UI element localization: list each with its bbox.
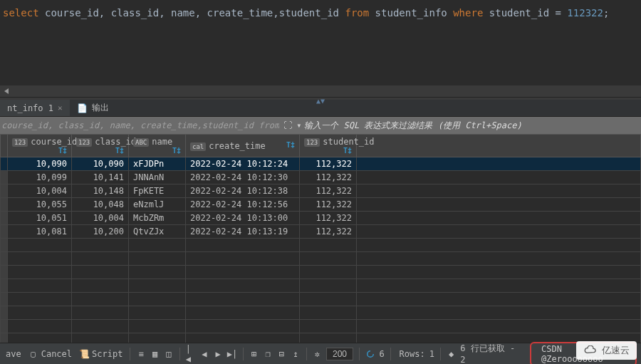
bottom-toolbar: ave ▢Cancel 📜Script ≡ ▦ ◫ |◀ ◀ ▶ ▶| ⊞ ❐ … bbox=[0, 343, 641, 364]
table-row-empty bbox=[1, 293, 641, 306]
grid-header-row: 123course_idT‡ 123class_idT‡ ABCnameT‡ c… bbox=[1, 135, 641, 157]
col-spacer bbox=[357, 135, 641, 157]
del-row-icon[interactable]: ⊟ bbox=[277, 349, 286, 359]
sort-icon[interactable]: T‡ bbox=[172, 147, 181, 155]
sort-icon[interactable]: T‡ bbox=[286, 141, 295, 149]
sort-icon[interactable]: T‡ bbox=[343, 147, 352, 155]
prev-page-icon[interactable]: ◀ bbox=[199, 349, 209, 359]
fetched-label: 6 行已获取 - 2 bbox=[460, 343, 523, 364]
save-button[interactable]: ave bbox=[4, 348, 23, 360]
sort-icon[interactable]: T‡ bbox=[115, 147, 124, 155]
first-page-icon[interactable]: |◀ bbox=[186, 349, 195, 359]
dup-row-icon[interactable]: ❐ bbox=[263, 349, 272, 359]
table-row-empty bbox=[1, 239, 641, 252]
refresh-icon[interactable] bbox=[365, 349, 375, 359]
settings-icon[interactable]: ✲ bbox=[313, 349, 322, 359]
table-row-empty bbox=[1, 279, 641, 293]
col-student_id[interactable]: 123student_idT‡ bbox=[300, 135, 357, 157]
expand-icon[interactable]: ⛶ bbox=[283, 120, 292, 130]
hscroll-left[interactable] bbox=[0, 85, 641, 97]
cloud-icon bbox=[583, 345, 598, 355]
sort-icon[interactable]: T‡ bbox=[58, 147, 67, 155]
last-page-icon[interactable]: ▶| bbox=[227, 349, 237, 359]
rows-label: Rows: bbox=[400, 349, 425, 359]
script-button[interactable]: 📜Script bbox=[78, 348, 124, 360]
filter-input[interactable]: 输入一个 SQL 表达式来过滤结果 (使用 Ctrl+Space) bbox=[301, 120, 640, 132]
result-grid: 123course_idT‡ 123class_idT‡ ABCnameT‡ c… bbox=[0, 134, 641, 347]
table-row-empty bbox=[1, 306, 641, 320]
cancel-icon: ▢ bbox=[28, 349, 38, 359]
filter-bar: course_id, class_id, name, create_time,s… bbox=[0, 117, 641, 134]
tab-result[interactable]: nt_info 1 ✕ bbox=[0, 100, 70, 116]
table-row-empty bbox=[1, 320, 641, 333]
col-course_id[interactable]: 123course_idT‡ bbox=[8, 135, 72, 157]
collapse-handle-icon[interactable]: ▲▼ bbox=[316, 97, 325, 105]
page-size-input[interactable] bbox=[326, 348, 353, 360]
tab-output-label: 输出 bbox=[92, 102, 109, 114]
grid-icon[interactable]: ▦ bbox=[150, 349, 160, 359]
sql-editor[interactable]: select course_id, class_id, name, create… bbox=[0, 0, 641, 85]
add-row-icon[interactable]: ⊞ bbox=[249, 349, 259, 359]
funnel-icon[interactable]: ▾ bbox=[296, 120, 301, 130]
rows-value: 1 bbox=[429, 349, 434, 359]
table-row[interactable]: 10,09910,141JNNAnN2022-02-24 10:12:30112… bbox=[1, 171, 641, 184]
script-icon: 📜 bbox=[79, 349, 89, 359]
site-watermark: 亿速云 bbox=[576, 341, 637, 360]
col-create_time[interactable]: calcreate_timeT‡ bbox=[186, 135, 300, 157]
panels-icon[interactable]: ◫ bbox=[164, 349, 173, 359]
export-icon[interactable]: ↥ bbox=[291, 349, 300, 359]
query-echo: course_id, class_id, name, create_time,s… bbox=[1, 120, 279, 130]
tab-result-label: nt_info 1 bbox=[7, 103, 53, 113]
close-icon[interactable]: ✕ bbox=[58, 103, 63, 113]
output-icon: 📄 bbox=[77, 103, 88, 113]
table-row[interactable]: 10,05510,048eNzmlJ2022-02-24 10:12:56112… bbox=[1, 198, 641, 212]
record-icon[interactable]: ≡ bbox=[136, 349, 145, 359]
bullet-icon: ◆ bbox=[447, 349, 456, 359]
col-class_id[interactable]: 123class_idT‡ bbox=[72, 135, 129, 157]
grid-gutter bbox=[1, 135, 8, 157]
table-row[interactable]: 10,08110,200QtvZJx2022-02-24 10:13:19112… bbox=[1, 225, 641, 239]
table-row-empty bbox=[1, 252, 641, 266]
refresh-count: 6 bbox=[379, 349, 384, 359]
cancel-button[interactable]: ▢Cancel bbox=[27, 348, 73, 360]
tab-output[interactable]: 📄 输出 bbox=[70, 100, 116, 116]
col-name[interactable]: ABCnameT‡ bbox=[129, 135, 186, 157]
next-page-icon[interactable]: ▶ bbox=[214, 349, 223, 359]
table-row-empty bbox=[1, 266, 641, 279]
table-row[interactable]: 10,09010,090xFJDPn2022-02-24 10:12:24112… bbox=[1, 157, 641, 171]
table-row[interactable]: 10,00410,148FpKETE2022-02-24 10:12:38112… bbox=[1, 184, 641, 198]
table-row[interactable]: 10,05110,004McbZRm2022-02-24 10:13:00112… bbox=[1, 212, 641, 225]
